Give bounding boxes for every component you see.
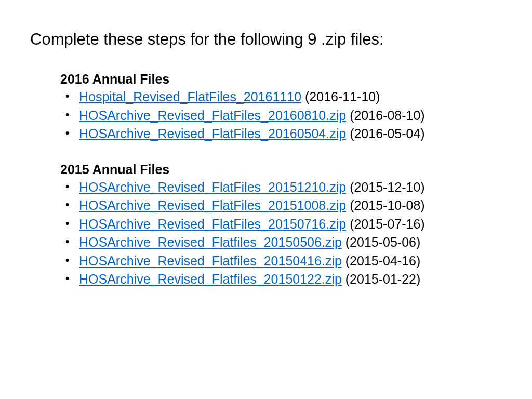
list-item: HOSArchive_Revised_FlatFiles_20160504.zi… (60, 125, 502, 143)
file-link[interactable]: HOSArchive_Revised_Flatfiles_20150122.zi… (79, 272, 342, 286)
file-list-2016: Hospital_Revised_FlatFiles_20161110 (201… (60, 88, 502, 143)
file-link[interactable]: HOSArchive_Revised_FlatFiles_20150716.zi… (79, 217, 346, 231)
list-item: HOSArchive_Revised_FlatFiles_20150716.zi… (60, 215, 502, 234)
file-date: (2015-10-08) (350, 198, 425, 212)
file-date: (2015-12-10) (350, 180, 425, 194)
file-date: (2016-11-10) (305, 89, 380, 104)
section-heading-2015: 2015 Annual Files (60, 162, 502, 177)
file-date: (2016-08-10) (350, 108, 425, 123)
list-item: HOSArchive_Revised_FlatFiles_20151008.zi… (60, 196, 502, 215)
list-item: HOSArchive_Revised_Flatfiles_20150122.zi… (60, 270, 502, 289)
file-link[interactable]: Hospital_Revised_FlatFiles_20161110 (79, 89, 301, 104)
file-date: (2015-01-22) (345, 272, 421, 286)
list-item: HOSArchive_Revised_Flatfiles_20150506.zi… (60, 233, 502, 252)
file-date: (2015-07-16) (350, 217, 425, 231)
file-date: (2015-04-16) (345, 254, 421, 268)
file-link[interactable]: HOSArchive_Revised_FlatFiles_20151008.zi… (79, 198, 346, 212)
file-link[interactable]: HOSArchive_Revised_FlatFiles_20160504.zi… (79, 126, 346, 141)
section-heading-2016: 2016 Annual Files (60, 72, 502, 87)
file-link[interactable]: HOSArchive_Revised_FlatFiles_20160810.zi… (79, 108, 346, 123)
file-list-2015: HOSArchive_Revised_FlatFiles_20151210.zi… (60, 178, 502, 289)
page-title: Complete these steps for the following 9… (30, 30, 502, 49)
file-link[interactable]: HOSArchive_Revised_FlatFiles_20151210.zi… (79, 180, 346, 194)
section-2016: 2016 Annual Files Hospital_Revised_FlatF… (60, 72, 502, 143)
list-item: HOSArchive_Revised_FlatFiles_20160810.zi… (60, 107, 502, 125)
section-2015: 2015 Annual Files HOSArchive_Revised_Fla… (60, 162, 502, 289)
list-item: HOSArchive_Revised_Flatfiles_20150416.zi… (60, 252, 502, 271)
file-date: (2016-05-04) (350, 126, 425, 141)
file-link[interactable]: HOSArchive_Revised_Flatfiles_20150416.zi… (79, 254, 342, 268)
list-item: HOSArchive_Revised_FlatFiles_20151210.zi… (60, 178, 502, 197)
list-item: Hospital_Revised_FlatFiles_20161110 (201… (60, 88, 502, 107)
file-link[interactable]: HOSArchive_Revised_Flatfiles_20150506.zi… (79, 235, 342, 249)
file-date: (2015-05-06) (345, 235, 421, 249)
